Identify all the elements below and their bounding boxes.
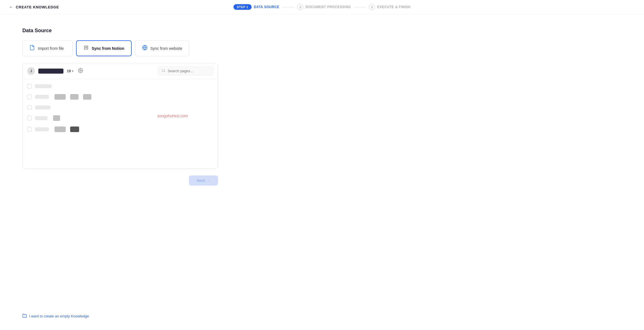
svg-point-4 [80,70,81,71]
step-2-number: 2 [297,4,303,10]
step-1-item: STEP 1 DATA SOURCE [233,4,279,10]
page-checkbox[interactable] [27,84,32,88]
search-icon [162,69,165,73]
notion-toolbar: J 19 ▾ [23,63,218,79]
step-3-item: 3 EXECUTE & FINISH [369,4,410,10]
tab-import-file[interactable]: Import from file [22,40,73,56]
page-checkbox[interactable] [27,127,32,132]
page-title-blur [35,127,49,131]
svg-point-5 [162,69,165,72]
list-item [23,113,218,124]
list-item [23,124,218,135]
page-tag-blur [53,115,60,121]
notion-page-list [23,79,218,168]
chevron-down-icon: ▾ [72,69,74,73]
empty-knowledge-link[interactable]: I want to create an empty Knowledge [22,313,89,319]
website-icon [142,45,148,52]
notion-user-name-blur [38,69,63,74]
svg-text:N: N [85,46,87,49]
page-title-blur [35,84,52,88]
step-3-label: EXECUTE & FINISH [377,5,410,9]
notion-panel: J 19 ▾ [22,63,218,169]
step-2-item: 2 DOCUMENT PROCESSING [297,4,351,10]
source-tabs: Import from file N Sync from Notion [22,40,229,56]
file-icon [29,45,35,52]
back-arrow-icon: ← [9,4,14,10]
tab-sync-notion-label: Sync from Notion [92,46,124,51]
notion-search[interactable] [158,67,213,75]
step-divider-2 [354,7,365,7]
search-input[interactable] [168,69,210,73]
page-checkbox[interactable] [27,105,32,110]
next-button[interactable]: Next → [189,175,218,186]
list-item [23,81,218,91]
page-tag-blur [55,127,66,132]
page-tag-dark-blur [70,127,79,132]
list-item [23,102,218,113]
settings-button[interactable] [78,68,83,74]
notion-count-dropdown[interactable]: 19 ▾ [67,69,74,73]
step-1-label: DATA SOURCE [254,5,279,9]
list-item [23,91,218,102]
page-title-blur [35,106,50,109]
page-title-blur [35,95,49,99]
tab-sync-website[interactable]: Sync from website [135,40,189,56]
step-3-number: 3 [369,4,375,10]
empty-knowledge-label: I want to create an empty Knowledge [29,314,89,318]
page-tag-blur [55,94,66,100]
step-2-label: DOCUMENT PROCESSING [306,5,351,9]
notion-user-initial: J [27,67,35,75]
tab-sync-notion[interactable]: N Sync from Notion [76,40,132,56]
notion-icon: N [83,45,89,52]
page-tag-blur [83,94,91,100]
stepper: STEP 1 DATA SOURCE 2 DOCUMENT PROCESSING… [233,4,411,10]
action-bar: Next → [22,175,218,186]
back-button[interactable]: ← CREATE KNOWLEDGE [9,4,59,10]
page-title: CREATE KNOWLEDGE [16,5,59,9]
page-checkbox[interactable] [27,116,32,120]
page-checkbox[interactable] [27,95,32,99]
page-tag-blur [70,94,79,100]
svg-line-6 [164,71,165,72]
step-divider-1 [283,7,294,7]
page-title-blur [35,116,48,120]
step-1-badge: STEP 1 [233,4,252,10]
notion-page-count: 19 [67,69,71,73]
tab-import-file-label: Import from file [38,46,64,51]
folder-icon [22,313,27,319]
notion-panel-container: J 19 ▾ [22,63,229,169]
tab-sync-website-label: Sync from website [150,46,182,51]
section-title: Data Source [22,28,229,34]
